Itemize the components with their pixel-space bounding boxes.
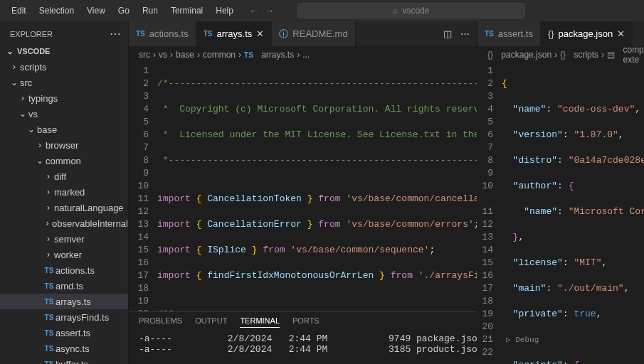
file-amd[interactable]: TSamd.ts: [0, 278, 128, 294]
panel-terminal[interactable]: TERMINAL: [240, 316, 280, 328]
file-arrays[interactable]: TSarrays.ts: [0, 294, 128, 309]
menu-view[interactable]: View: [81, 3, 111, 18]
project-name: VSCODE: [17, 47, 50, 55]
chevron-down-icon[interactable]: ⌄: [4, 46, 16, 56]
menu-go[interactable]: Go: [112, 3, 135, 18]
close-icon[interactable]: ✕: [617, 28, 625, 39]
folder-marked[interactable]: ›marked: [0, 184, 128, 200]
nav-back-icon[interactable]: ←: [249, 5, 259, 16]
breadcrumb-2[interactable]: {} package.json› {} scripts› ▤ compile-e…: [477, 46, 644, 63]
menu-help[interactable]: Help: [210, 3, 239, 18]
menubar: Edit Selection View Go Run Terminal Help…: [0, 0, 644, 21]
folder-vs[interactable]: ⌄vs: [0, 106, 128, 122]
tab-package[interactable]: {}package.json✕: [541, 21, 633, 46]
explorer-sidebar: EXPLORER ⋯ ⌄ VSCODE ›scripts ⌄src ›typin…: [0, 21, 128, 364]
editor-group-1: TSactions.ts TSarrays.ts✕ ⓘREADME.md ◫ ⋯…: [128, 21, 477, 364]
line-gutter-2: 1 2 3 4 5 6 7 8 9 10 11 12 13 14 15 16 1…: [477, 63, 502, 364]
tab-actions[interactable]: TSactions.ts: [129, 21, 196, 46]
folder-worker[interactable]: ›worker: [0, 247, 128, 262]
file-async[interactable]: TSasync.ts: [0, 341, 128, 356]
panel: PROBLEMS OUTPUT TERMINAL PORTS -a---- 2/…: [129, 311, 477, 364]
folder-common[interactable]: ⌄common: [0, 153, 128, 168]
folder-base[interactable]: ⌄base: [0, 122, 128, 137]
explorer-more-icon[interactable]: ⋯: [110, 27, 121, 41]
folder-scripts[interactable]: ›scripts: [0, 59, 128, 75]
menu-edit[interactable]: Edit: [6, 3, 32, 18]
folder-src[interactable]: ⌄src: [0, 75, 128, 90]
editor-more-icon[interactable]: ⋯: [460, 28, 470, 39]
editor-group-2: TSassert.ts {}package.json✕ {} package.j…: [477, 21, 644, 364]
info-icon: ⓘ: [279, 28, 288, 41]
nav-forward-icon[interactable]: →: [265, 5, 275, 16]
tab-assert[interactable]: TSassert.ts: [477, 21, 541, 46]
tab-readme[interactable]: ⓘREADME.md: [272, 21, 355, 46]
menu-run[interactable]: Run: [137, 3, 164, 18]
folder-naturallanguage[interactable]: ›naturalLanguage: [0, 200, 128, 215]
menu-selection[interactable]: Selection: [33, 3, 80, 18]
code-editor-1[interactable]: 1 2 3 4 5 6 7 8 9 10 11 12 13 14 15 16 1…: [129, 63, 477, 311]
panel-ports[interactable]: PORTS: [292, 316, 320, 328]
file-tree: ›scripts ⌄src ›typings ⌄vs ⌄base ›browse…: [0, 59, 128, 364]
debug-codelens[interactable]: ▷ Debug: [506, 336, 539, 344]
tab-bar-2: TSassert.ts {}package.json✕: [477, 21, 644, 46]
split-editor-icon[interactable]: ◫: [443, 28, 452, 39]
command-center[interactable]: ⌕ vscode: [297, 3, 525, 18]
code-editor-2[interactable]: 1 2 3 4 5 6 7 8 9 10 11 12 13 14 15 16 1…: [477, 63, 644, 364]
tab-arrays[interactable]: TSarrays.ts✕: [196, 21, 273, 46]
folder-browser[interactable]: ›browser: [0, 137, 128, 153]
folder-semver[interactable]: ›semver: [0, 231, 128, 247]
nav-arrows: ← →: [249, 5, 275, 16]
file-arraysfind[interactable]: TSarraysFind.ts: [0, 309, 128, 325]
file-buffer[interactable]: TSbuffer.ts: [0, 356, 128, 364]
gear-icon: {}: [548, 28, 554, 39]
folder-typings[interactable]: ›typings: [0, 90, 128, 106]
panel-output[interactable]: OUTPUT: [195, 316, 227, 328]
search-icon: ⌕: [393, 6, 398, 16]
menu-terminal[interactable]: Terminal: [165, 3, 208, 18]
folder-observableinternal[interactable]: ›observableInternal: [0, 215, 128, 231]
explorer-title: EXPLORER: [10, 30, 53, 38]
file-assert[interactable]: TSassert.ts: [0, 325, 128, 341]
folder-diff[interactable]: ›diff: [0, 168, 128, 184]
code-content-2[interactable]: { "name": "code-oss-dev", "version": "1.…: [502, 63, 644, 364]
line-gutter: 1 2 3 4 5 6 7 8 9 10 11 12 13 14 15 16 1…: [129, 63, 157, 311]
terminal-output[interactable]: -a---- 2/8/2024 2:44 PM 9749 package.jso…: [129, 332, 477, 356]
code-content[interactable]: /*--------------------------------------…: [157, 63, 477, 311]
close-icon[interactable]: ✕: [256, 28, 264, 39]
command-center-text: vscode: [402, 6, 429, 16]
file-actions[interactable]: TSactions.ts: [0, 262, 128, 278]
tab-bar-1: TSactions.ts TSarrays.ts✕ ⓘREADME.md ◫ ⋯: [129, 21, 477, 46]
panel-problems[interactable]: PROBLEMS: [139, 316, 182, 328]
breadcrumb-1[interactable]: src› vs› base› common› TS arrays.ts› ...: [129, 46, 477, 63]
